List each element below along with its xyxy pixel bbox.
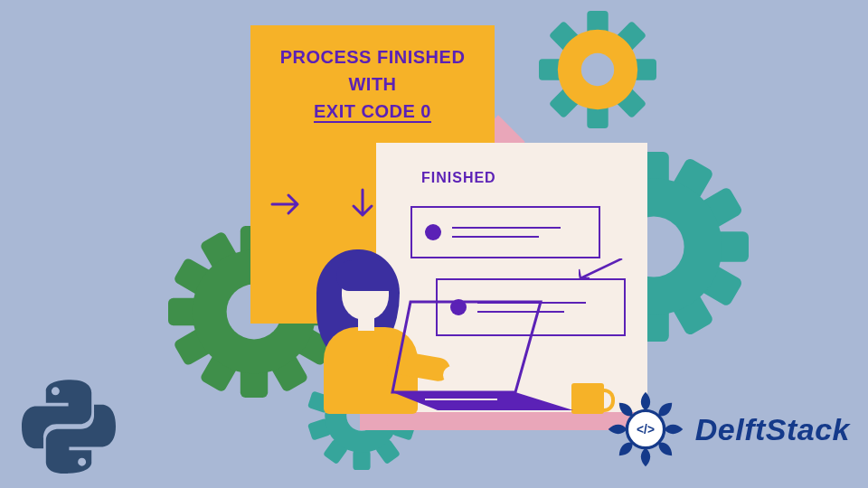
arrow-down-icon <box>344 186 381 222</box>
illustration-stage: PROCESS FINISHED WITH EXIT CODE 0 FINISH… <box>0 0 868 488</box>
connector-icon <box>579 258 624 280</box>
svg-text:</>: </> <box>637 423 655 436</box>
laptop-icon <box>389 298 573 416</box>
delftstack-badge-icon: </> <box>607 390 684 468</box>
bullet-icon <box>425 224 441 240</box>
mug-icon <box>571 383 604 414</box>
headline-line-2: WITH <box>261 70 484 98</box>
gear-icon <box>539 11 656 128</box>
text-lines-icon <box>452 224 561 240</box>
arrows-row <box>269 186 381 222</box>
panel-label: FINISHED <box>421 170 496 186</box>
delftstack-logo: </> DelftStack <box>607 390 850 468</box>
delftstack-wordmark: DelftStack <box>695 412 850 447</box>
headline-line-1: PROCESS FINISHED <box>261 43 484 70</box>
svg-point-8 <box>581 53 614 86</box>
headline-line-3: EXIT CODE 0 <box>261 98 484 125</box>
python-logo-icon <box>22 380 116 474</box>
arrow-right-icon <box>269 186 305 222</box>
